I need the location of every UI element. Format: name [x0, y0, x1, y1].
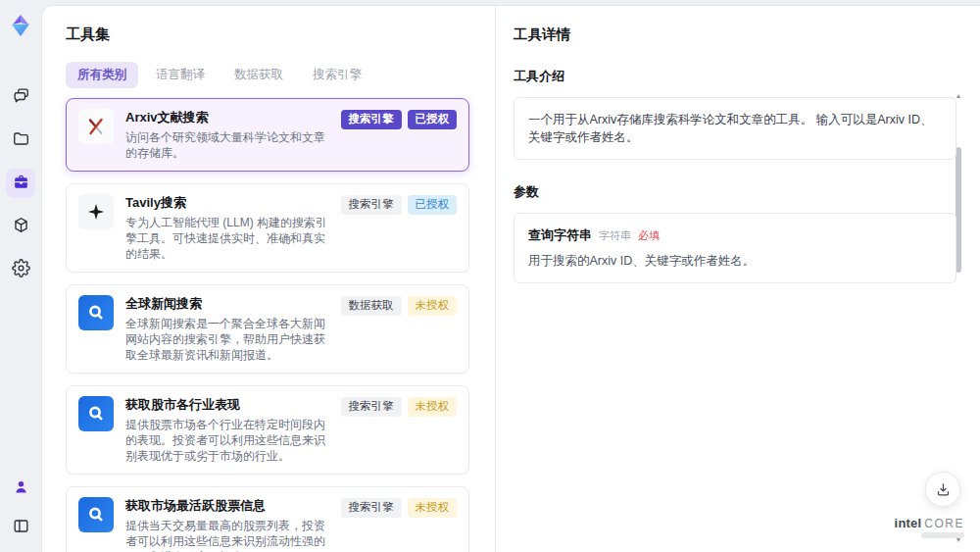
- toolbox-icon: [12, 173, 30, 195]
- intro-heading: 工具介绍: [514, 68, 956, 85]
- tool-description: 提供当天交易量最高的股票列表，投资者可以利用这些信息来识别流动性强的股票和潜在的…: [125, 518, 329, 552]
- download-icon: [935, 481, 952, 498]
- category-badge: 搜索引擎: [341, 110, 402, 129]
- tool-name: Tavily搜索: [125, 194, 329, 212]
- tool-description: 提供股票市场各个行业在特定时间段内的表现。投资者可以利用这些信息来识别表现优于或…: [125, 417, 329, 464]
- auth-badge: 未授权: [408, 296, 458, 316]
- tool-card-1[interactable]: Tavily搜索专为人工智能代理 (LLM) 构建的搜索引擎工具。可快速提供实时…: [66, 183, 469, 273]
- details-title: 工具详情: [514, 25, 956, 44]
- tab-3[interactable]: 搜索引擎: [301, 62, 373, 88]
- sidebar-item-user[interactable]: [6, 474, 35, 503]
- tools-panel-title: 工具集: [66, 25, 495, 44]
- sidebar-item-settings[interactable]: [6, 255, 35, 284]
- tool-name: Arxiv文献搜索: [125, 109, 329, 126]
- panel-toggle-icon: [12, 517, 30, 539]
- param-box: 查询字符串 字符串 必填 用于搜索的Arxiv ID、关键字或作者姓名。: [514, 213, 956, 283]
- sidebar-item-chat[interactable]: [6, 82, 35, 112]
- core-wordmark: CORE: [924, 518, 964, 529]
- tool-description: 全球新闻搜索是一个聚合全球各大新闻网站内容的搜索引擎，帮助用户快速获取全球最新资…: [125, 316, 329, 363]
- param-description: 用于搜索的Arxiv ID、关键字或作者姓名。: [528, 252, 942, 270]
- tools-panel: 工具集 所有类别语言翻译数据获取搜索引擎 Arxiv文献搜索访问各个研究领域大量…: [42, 6, 495, 552]
- app-logo-icon[interactable]: [6, 12, 35, 41]
- search-blue-icon: [78, 497, 114, 532]
- param-required-badge: 必填: [638, 226, 660, 244]
- auth-badge: 已授权: [408, 195, 458, 215]
- tab-1[interactable]: 语言翻译: [144, 62, 217, 88]
- tool-description: 访问各个研究领域大量科学论文和文章的存储库。: [125, 129, 329, 161]
- category-badge: 搜索引擎: [341, 397, 402, 417]
- folder-icon: [12, 129, 30, 152]
- details-panel: 工具详情 工具介绍 一个用于从Arxiv存储库搜索科学论文和文章的工具。 输入可…: [495, 6, 980, 552]
- user-icon: [12, 477, 30, 500]
- sidebar-item-panel-toggle[interactable]: [6, 513, 35, 542]
- download-button[interactable]: [925, 472, 960, 507]
- category-tabs: 所有类别语言翻译数据获取搜索引擎: [66, 62, 495, 88]
- auth-badge: 未授权: [408, 498, 458, 518]
- tool-list: Arxiv文献搜索访问各个研究领域大量科学论文和文章的存储库。搜索引擎已授权Ta…: [66, 98, 469, 552]
- tool-name: 全球新闻搜索: [125, 295, 329, 313]
- tab-2[interactable]: 数据获取: [222, 62, 295, 88]
- intel-core-logo: intel CORE: [895, 517, 964, 538]
- gear-icon: [12, 259, 30, 281]
- intel-sub-brand: [921, 532, 964, 538]
- sidebar-item-folder[interactable]: [6, 125, 35, 155]
- tab-0[interactable]: 所有类别: [66, 62, 138, 88]
- tool-name: 获取股市各行业表现: [125, 396, 329, 414]
- param-type: 字符串: [599, 226, 631, 244]
- category-badge: 搜索引擎: [341, 195, 402, 215]
- tool-name: 获取市场最活跃股票信息: [125, 497, 329, 515]
- chat-icon: [12, 86, 30, 109]
- intro-text: 一个用于从Arxiv存储库搜索科学论文和文章的工具。 输入可以是Arxiv ID…: [514, 97, 956, 160]
- auth-badge: 未授权: [408, 397, 458, 417]
- search-blue-icon: [78, 396, 114, 431]
- sparkle-icon: [78, 194, 114, 229]
- tool-card-0[interactable]: Arxiv文献搜索访问各个研究领域大量科学论文和文章的存储库。搜索引擎已授权: [66, 98, 469, 172]
- category-badge: 数据获取: [341, 296, 402, 316]
- left-rail: [0, 0, 41, 552]
- category-badge: 搜索引擎: [341, 498, 402, 518]
- tool-description: 专为人工智能代理 (LLM) 构建的搜索引擎工具。可快速提供实时、准确和真实的结…: [125, 215, 329, 262]
- params-heading: 参数: [514, 183, 956, 201]
- param-name: 查询字符串: [528, 226, 592, 244]
- auth-badge: 已授权: [408, 110, 458, 129]
- search-blue-icon: [78, 295, 114, 330]
- cube-icon: [12, 216, 30, 238]
- tool-card-4[interactable]: 获取市场最活跃股票信息提供当天交易量最高的股票列表，投资者可以利用这些信息来识别…: [66, 486, 469, 552]
- tool-card-3[interactable]: 获取股市各行业表现提供股票市场各个行业在特定时间段内的表现。投资者可以利用这些信…: [66, 385, 469, 475]
- arxiv-icon: [78, 109, 114, 144]
- intel-wordmark: intel: [895, 517, 922, 529]
- sidebar-item-cube[interactable]: [6, 212, 35, 241]
- sidebar-item-toolbox[interactable]: [6, 169, 35, 198]
- tool-card-2[interactable]: 全球新闻搜索全球新闻搜索是一个聚合全球各大新闻网站内容的搜索引擎，帮助用户快速获…: [66, 284, 469, 374]
- main-panel: 工具集 所有类别语言翻译数据获取搜索引擎 Arxiv文献搜索访问各个研究领域大量…: [41, 5, 980, 552]
